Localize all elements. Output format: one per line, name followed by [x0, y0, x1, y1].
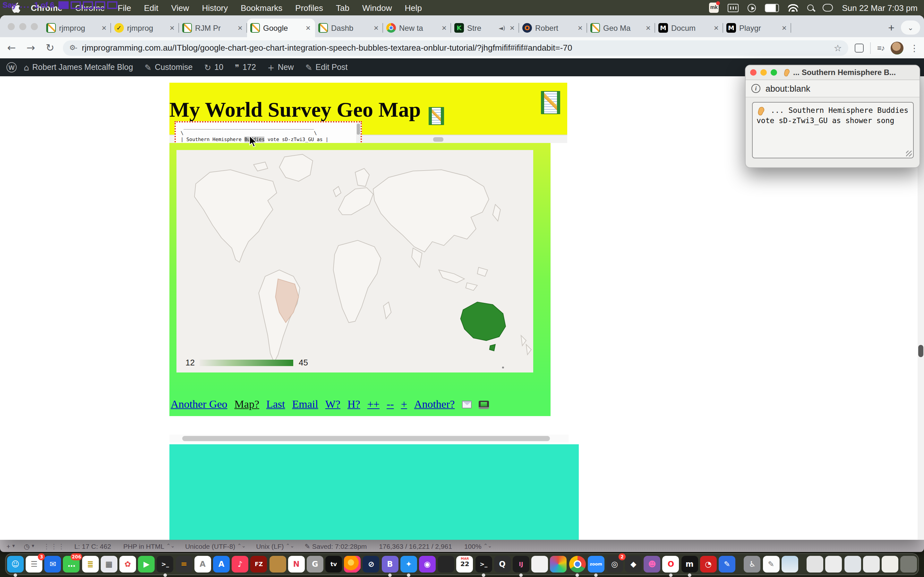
- tab-close-button[interactable]: ×: [509, 23, 516, 33]
- bookmark-star-icon[interactable]: ☆: [834, 43, 842, 53]
- editor-plus-button[interactable]: +▾: [6, 542, 15, 550]
- messages-dock-icon[interactable]: … 206: [63, 556, 80, 572]
- tab-close-button[interactable]: ×: [168, 23, 176, 33]
- minimize-window-button[interactable]: [19, 23, 26, 30]
- browser-tab[interactable]: K Stre ◄) ×: [451, 19, 519, 37]
- editor-status-item[interactable]: PHP in HTML⌃⌄: [123, 542, 175, 550]
- safari-dock-icon[interactable]: ✦ ●: [401, 556, 417, 572]
- menu-item[interactable]: Bookmarks: [234, 3, 289, 13]
- intellij-dock-icon[interactable]: IJ ●: [513, 556, 529, 572]
- horizontal-scrollbar-thumb[interactable]: [433, 137, 443, 142]
- minimized-window-dock-icon[interactable]: [806, 556, 823, 572]
- gauge-dock-icon[interactable]: ◔: [700, 556, 717, 572]
- darkapp-dock-icon[interactable]: [438, 556, 454, 572]
- browser-tab[interactable]: M Playgr ×: [723, 19, 791, 37]
- terminal-dock-icon[interactable]: >_ ●: [157, 556, 174, 572]
- back-button[interactable]: ←: [5, 42, 18, 54]
- media-playlist-icon[interactable]: ≡♪: [877, 43, 884, 52]
- tab-close-button[interactable]: ×: [373, 23, 380, 33]
- playback-status-icon[interactable]: [748, 3, 756, 12]
- browser-tab[interactable]: RJM Pr ×: [179, 19, 247, 37]
- editor-status-item[interactable]: Unicode (UTF-8)⌃⌄: [185, 542, 246, 550]
- books-dock-icon[interactable]: [269, 556, 286, 572]
- popup-url-bar[interactable]: i about:blank: [746, 80, 919, 97]
- wifi-icon[interactable]: [788, 4, 798, 11]
- menu-item[interactable]: Help: [399, 3, 429, 13]
- editor-status-item[interactable]: 176,363 / 16,221 / 2,961: [379, 542, 454, 550]
- editor-status-item[interactable]: Unix (LF)⌃⌄: [256, 542, 294, 550]
- editor-clock-button[interactable]: ◷▾: [24, 542, 34, 550]
- wp-admin-item[interactable]: ✎ Edit Post: [300, 58, 354, 76]
- mail-dock-icon[interactable]: ✉: [45, 556, 61, 572]
- tab-close-button[interactable]: ×: [441, 23, 448, 33]
- forward-button[interactable]: →: [24, 42, 37, 54]
- calendar-dock-icon[interactable]: MAR 22: [457, 556, 473, 572]
- iframe-scrollbar-track[interactable]: [170, 435, 569, 442]
- close-window-button[interactable]: [8, 23, 15, 30]
- spotlight-search-icon[interactable]: [807, 5, 814, 11]
- battery-icon[interactable]: [765, 3, 779, 12]
- photos-dock-icon[interactable]: ✿: [120, 556, 136, 572]
- page-link[interactable]: ++: [367, 398, 380, 411]
- inkscape-dock-icon[interactable]: ◆: [625, 556, 642, 572]
- filezilla-dock-icon[interactable]: FZ: [250, 556, 267, 572]
- page-link[interactable]: H?: [347, 398, 360, 411]
- facetime-dock-icon[interactable]: ▶: [138, 556, 155, 572]
- gimp-dock-icon[interactable]: G: [307, 556, 323, 572]
- address-bar[interactable]: ⚙- rjmprogramming.com.au/ITblog/google-c…: [63, 40, 848, 55]
- menu-item[interactable]: Tab: [330, 3, 356, 13]
- browser-tab[interactable]: M Docum ×: [655, 19, 723, 37]
- menu-item[interactable]: Edit: [137, 3, 165, 13]
- accessibility-dock-icon[interactable]: ♿: [744, 556, 761, 572]
- tab-close-button[interactable]: ×: [100, 23, 108, 33]
- wp-admin-item[interactable]: ❞ 172: [229, 58, 262, 76]
- reminders-dock-icon[interactable]: ☰ 3: [26, 556, 42, 572]
- page-link[interactable]: Another?: [414, 398, 455, 411]
- email-icon[interactable]: [462, 401, 471, 408]
- firefox-dock-icon[interactable]: [344, 556, 361, 572]
- tab-close-button[interactable]: ×: [236, 23, 244, 33]
- new-tab-button[interactable]: +: [882, 22, 901, 37]
- paintbrush-dock-icon[interactable]: [550, 556, 567, 572]
- menu-item[interactable]: View: [165, 3, 195, 13]
- browser-tab[interactable]: ✓ rjmprog ×: [111, 19, 179, 37]
- popup-minimize-button[interactable]: [760, 69, 767, 76]
- page-link[interactable]: Last: [266, 398, 285, 411]
- popup-title-bar[interactable]: ... Southern Hemisphere B...: [746, 65, 919, 80]
- page-info-icon[interactable]: i: [751, 84, 760, 93]
- quicktime-dock-icon[interactable]: Q: [494, 556, 511, 572]
- page-link[interactable]: W?: [325, 398, 341, 411]
- popup-close-button[interactable]: [750, 69, 756, 76]
- blocker-dock-icon[interactable]: ⊘: [363, 556, 380, 572]
- control-center-icon[interactable]: [822, 4, 833, 11]
- page-link[interactable]: Map?: [234, 398, 259, 411]
- computer-icon[interactable]: [478, 400, 489, 409]
- browser-tab[interactable]: Dashb ×: [315, 19, 383, 37]
- tab-audio-icon[interactable]: ◄): [499, 25, 505, 31]
- browser-tab[interactable]: rjmprog ×: [43, 19, 111, 37]
- browser-tab[interactable]: O Robert ×: [519, 19, 587, 37]
- wp-admin-item[interactable]: ↻ 10: [198, 58, 229, 76]
- wp-admin-item[interactable]: + New: [262, 58, 300, 76]
- document-dock-icon[interactable]: [531, 556, 548, 572]
- finder-dock-icon[interactable]: ☺ ●: [7, 556, 24, 572]
- news-dock-icon[interactable]: N: [288, 556, 304, 572]
- chrome-dock-icon[interactable]: ●: [569, 556, 586, 572]
- tab-close-button[interactable]: ×: [780, 23, 788, 33]
- tab-close-button[interactable]: ×: [645, 23, 652, 33]
- launchpad-dock-icon[interactable]: ▦: [101, 556, 118, 572]
- podcasts-dock-icon[interactable]: ◉: [419, 556, 436, 572]
- browser-scrollbar-thumb[interactable]: [918, 345, 923, 357]
- editor-status-item[interactable]: 100%⌃⌄: [464, 542, 492, 550]
- bbedit-dock-icon[interactable]: B ●: [381, 556, 398, 572]
- world-map[interactable]: 12 45: [176, 150, 533, 372]
- terminal2-dock-icon[interactable]: >_ ●: [475, 556, 492, 572]
- tab-close-button[interactable]: ×: [712, 23, 720, 33]
- keyboard-status-icon[interactable]: [728, 3, 738, 12]
- page-link[interactable]: Email: [292, 398, 318, 411]
- profile-avatar[interactable]: [891, 41, 903, 54]
- calculator-dock-icon[interactable]: =: [176, 556, 192, 572]
- tab-close-button[interactable]: ×: [577, 23, 584, 33]
- appstore-dock-icon[interactable]: A: [213, 556, 230, 572]
- textarea-resize-handle[interactable]: [906, 151, 912, 156]
